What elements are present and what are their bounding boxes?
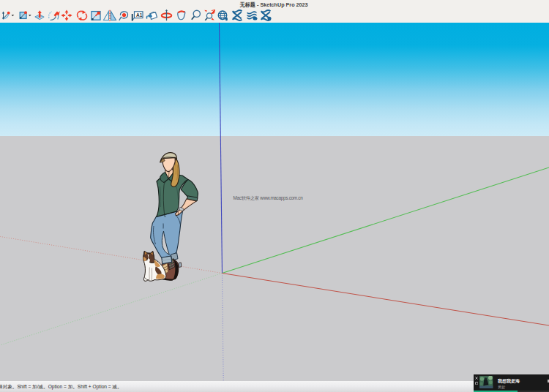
svg-text:A1: A1: [136, 12, 143, 18]
